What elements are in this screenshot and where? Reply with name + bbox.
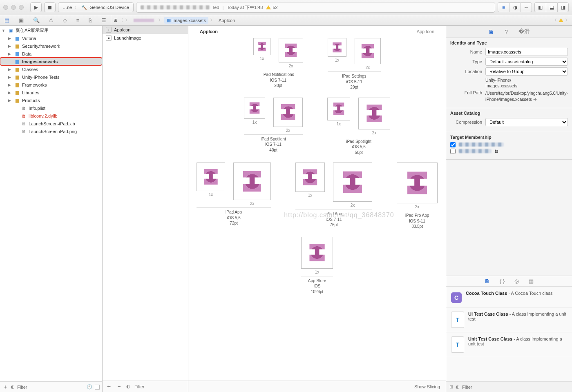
icon-slot[interactable]: 2x bbox=[397, 163, 438, 209]
tree-row[interactable]: 🗎LaunchScreen-iPad.png bbox=[0, 127, 102, 135]
icon-slot[interactable]: 2x bbox=[279, 38, 303, 68]
location-select[interactable]: Relative to Group bbox=[485, 67, 568, 76]
left-panel-icon: ◧ bbox=[534, 2, 546, 12]
target-row[interactable] bbox=[450, 142, 568, 147]
icon-slot[interactable]: 1x bbox=[301, 237, 333, 274]
asset-row[interactable]: ■LaunchImage bbox=[103, 34, 188, 42]
filter-scope-icon[interactable]: ◐ bbox=[456, 384, 460, 390]
target-checkbox[interactable] bbox=[450, 142, 456, 147]
icon-slot[interactable]: 2x bbox=[358, 98, 390, 135]
library-filter-input[interactable] bbox=[462, 385, 569, 390]
window-toolbar: ▶ ◼ …ne 〉 🔨 Generic iOS Device led | Tod… bbox=[0, 0, 572, 15]
tree-row[interactable]: ▶▆Vuforia bbox=[0, 34, 102, 42]
asset-row[interactable]: ◦AppIcon bbox=[103, 26, 188, 34]
icon-slot[interactable]: 1x bbox=[197, 163, 225, 206]
grid-icon[interactable]: ⊞ bbox=[449, 384, 453, 390]
icon-slot[interactable]: 1x bbox=[328, 38, 346, 70]
icon-slot[interactable]: 1x bbox=[253, 38, 270, 68]
inspector-panel: 🗎 ? �滑 Identity and Type Name Type Defau… bbox=[446, 26, 572, 392]
media-library-icon: ▦ bbox=[529, 278, 534, 284]
project-tree[interactable]: ▼▣赢创AR展示应用▶▆Vuforia▶▆Security.framework▶… bbox=[0, 26, 102, 381]
icon-slot[interactable]: 2x bbox=[333, 163, 372, 207]
attributes-inspector-icon: �滑 bbox=[518, 28, 530, 36]
membership-title: Target Membership bbox=[450, 135, 568, 140]
icon-slot[interactable]: 1x bbox=[295, 163, 325, 207]
back-icon[interactable]: 〈 bbox=[119, 17, 123, 23]
icon-slot-group: 2xiPad Pro AppiOS 9-1183.5pt bbox=[397, 163, 438, 229]
tree-row[interactable]: ▶▆Classes bbox=[0, 65, 102, 73]
status-warning[interactable]: 52 bbox=[266, 5, 277, 10]
jump-next-icon[interactable]: 〉 bbox=[565, 17, 570, 23]
tree-row[interactable]: ▶▆Frameworks bbox=[0, 81, 102, 89]
navigator-filter-input[interactable] bbox=[17, 385, 84, 390]
filter-scope-icon[interactable]: ◐ bbox=[126, 384, 130, 389]
remove-asset-icon[interactable]: － bbox=[116, 383, 122, 390]
navigator-tabs[interactable]: ▤ ▣ 🔍 ⚠ ◇ ≡ ⎘ ☰ bbox=[0, 15, 111, 25]
scm-filter-icon[interactable] bbox=[95, 385, 100, 390]
editor-mode-segmented[interactable]: ≡ ◑ ↔ bbox=[498, 2, 532, 12]
scheme-selector[interactable]: …ne 〉 🔨 Generic iOS Device bbox=[58, 2, 134, 12]
identity-section: Identity and Type Name Type Default - as… bbox=[446, 38, 572, 108]
tree-row[interactable]: ▶▆Products bbox=[0, 96, 102, 104]
fullpath-value: /Users/taylor/Desktop/yingchuang5.0/Unit… bbox=[485, 90, 568, 102]
library-item[interactable]: CCocoa Touch Class - A Cocoa Touch class bbox=[446, 287, 572, 307]
file-template-icon: 🗎 bbox=[485, 278, 490, 284]
reveal-icon[interactable]: ➜ bbox=[533, 97, 537, 102]
forward-icon[interactable]: 〉 bbox=[125, 17, 130, 23]
tree-row[interactable]: ▶▆Unity-iPhone Tests bbox=[0, 73, 102, 81]
panel-toggles[interactable]: ◧ ⬓ ◨ bbox=[534, 2, 569, 12]
add-icon[interactable]: ＋ bbox=[2, 383, 8, 391]
identity-title: Identity and Type bbox=[450, 40, 568, 45]
target-row[interactable]: ts bbox=[450, 149, 568, 154]
warning-icon bbox=[266, 5, 271, 9]
scheme-device-label: Generic iOS Device bbox=[89, 5, 129, 10]
stop-button[interactable]: ◼ bbox=[44, 2, 56, 12]
target-checkbox[interactable] bbox=[450, 149, 456, 154]
compression-select[interactable]: Default bbox=[485, 118, 568, 126]
asset-filter-input[interactable] bbox=[134, 384, 191, 389]
add-asset-icon[interactable]: ＋ bbox=[106, 383, 112, 390]
asset-outline[interactable]: ◦AppIcon■LaunchImage bbox=[103, 26, 188, 381]
tree-row[interactable]: 🗎Info.plist bbox=[0, 104, 102, 112]
icon-slot-group: 1x2xiPad SpotlightiOS 5,650pt bbox=[327, 98, 390, 156]
library-item[interactable]: TUnit Test Case Class - A class implemen… bbox=[446, 332, 572, 357]
icon-slot[interactable]: 1x bbox=[244, 98, 265, 133]
crumb-assets: ▦Images.xcassets bbox=[164, 17, 208, 24]
status-suffix: led bbox=[213, 5, 219, 10]
jump-bar[interactable]: ⊞ 〈 〉 〉 ▦Images.xcassets 〉 AppIcon 〈 〉 bbox=[111, 15, 572, 25]
breakpoint-nav-icon: ⎘ bbox=[89, 17, 92, 23]
tree-row[interactable]: 🗎libiconv.2.dylib bbox=[0, 112, 102, 120]
tree-row[interactable]: ▆Images.xcassets bbox=[0, 58, 102, 65]
library-panel: 🗎 { } ◎ ▦ CCocoa Touch Class - A Cocoa T… bbox=[446, 276, 572, 392]
icon-slot-group: 1x2xiPad SpotlightiOS 7-1140pt bbox=[244, 98, 303, 156]
icon-slot[interactable]: 2x bbox=[233, 163, 271, 206]
chevron-right-icon: 〉 bbox=[74, 4, 79, 11]
filter-scope-icon[interactable]: ◐ bbox=[11, 384, 15, 390]
tree-row[interactable]: 🗎LaunchScreen-iPad.xib bbox=[0, 120, 102, 127]
tree-row[interactable]: ▶▆Security.framework bbox=[0, 42, 102, 50]
clock-icon[interactable]: 🕘 bbox=[87, 384, 92, 390]
name-field[interactable] bbox=[485, 48, 568, 56]
run-button[interactable]: ▶ bbox=[30, 2, 42, 12]
jump-prev-icon[interactable]: 〈 bbox=[552, 17, 557, 23]
icon-slot[interactable]: 1x bbox=[327, 98, 350, 135]
type-select[interactable]: Default - assetcatalog bbox=[485, 58, 568, 66]
window-controls[interactable] bbox=[3, 5, 24, 10]
tree-row[interactable]: ▶▆Libraries bbox=[0, 89, 102, 96]
tree-row[interactable]: ▶▆Data bbox=[0, 50, 102, 58]
related-items-icon[interactable]: ⊞ bbox=[114, 18, 117, 23]
version-editor-icon: ↔ bbox=[521, 2, 532, 12]
location-path: Unity-iPhone/ Images.xcassets bbox=[450, 77, 568, 89]
library-tabs[interactable]: 🗎 { } ◎ ▦ bbox=[446, 276, 572, 287]
asset-canvas[interactable]: AppIcon App Icon 1x2xiPad Notificationsi… bbox=[188, 26, 446, 381]
show-slicing-button[interactable]: Show Slicing bbox=[409, 384, 446, 389]
bottom-panel-icon: ⬓ bbox=[546, 2, 557, 12]
tree-root[interactable]: ▼▣赢创AR展示应用 bbox=[0, 27, 102, 34]
inspector-tabs[interactable]: 🗎 ? �滑 bbox=[446, 26, 572, 38]
library-item[interactable]: TUI Test Case Class - A class implementi… bbox=[446, 307, 572, 332]
status-blur bbox=[141, 5, 210, 9]
library-filter-bar: ⊞ ◐ bbox=[446, 381, 572, 392]
icon-slot[interactable]: 2x bbox=[355, 38, 381, 70]
library-list[interactable]: CCocoa Touch Class - A Cocoa Touch class… bbox=[446, 287, 572, 381]
icon-slot[interactable]: 2x bbox=[273, 98, 303, 133]
